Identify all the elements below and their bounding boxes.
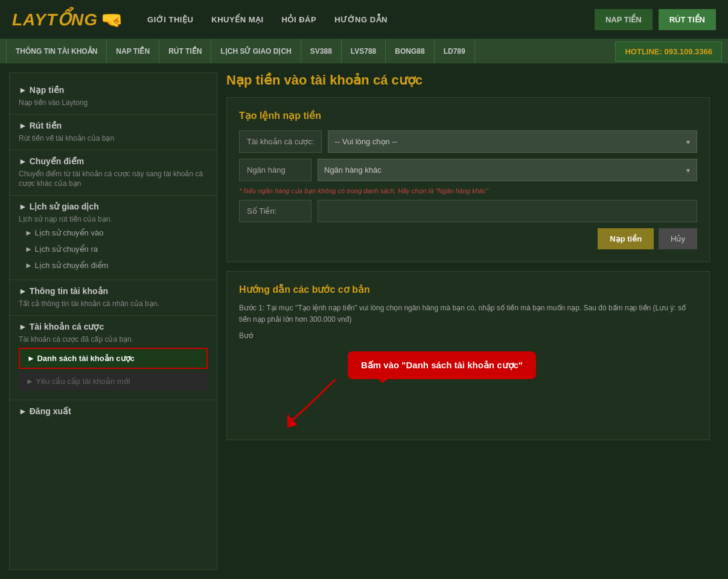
sidebar-tai-khoan-ca-cuoc-desc: Tài khoản cá cược đã cấp của bạn. <box>19 334 208 345</box>
annotation-container: Bấm vào "Danh sách tài khoản cược" <box>239 351 697 427</box>
logo-text: LAYTỔNG <box>12 10 98 30</box>
sidebar-chuyen-diem-desc: Chuyển điểm từ tài khoản cá cược này san… <box>19 169 208 190</box>
nav-link-promo[interactable]: KHUYẾN MẠI <box>211 15 263 24</box>
nav-ld789[interactable]: LD789 <box>435 39 475 63</box>
logo[interactable]: LAYTỔNG 🤜 <box>12 9 123 30</box>
sidebar-dang-xuat-title[interactable]: ► Đăng xuất <box>19 406 208 416</box>
sidebar: ► Nạp tiền Nạp tiền vào Laytong ► Rút ti… <box>9 72 217 570</box>
sidebar-section-chuyen-diem: ► Chuyển điểm Chuyển điểm từ tài khoản c… <box>10 150 217 196</box>
sidebar-rut-tien-title[interactable]: ► Rút tiền <box>19 121 208 130</box>
hotline: HOTLINE: 093.109.3366 <box>615 42 722 62</box>
nav-sv388[interactable]: SV388 <box>301 39 342 63</box>
sidebar-sub-chuyen-vao[interactable]: ► Lịch sử chuyển vào <box>19 225 208 241</box>
sidebar-section-dang-xuat: ► Đăng xuất <box>10 400 217 425</box>
page-title: Nạp tiền vào tài khoản cá cược <box>226 72 710 88</box>
sidebar-thong-tin-title[interactable]: ► Thông tin tài khoản <box>19 286 208 296</box>
nav-link-introduce[interactable]: GIỚI THIỆU <box>147 15 193 24</box>
bank-label: Ngân hàng <box>239 159 311 181</box>
logo-icon: 🤜 <box>101 9 123 30</box>
amount-label: Số Tiền: <box>239 200 311 222</box>
guide-step2-partial: Bướ <box>239 330 697 342</box>
nav-link-guide[interactable]: HƯỚNG DẪN <box>334 15 388 24</box>
sidebar-lich-su-desc: Lịch sử nạp rút tiền của bạn. <box>19 214 208 225</box>
second-nav: THÔNG TIN TÀI KHOẢN NAP TIỀN RÚT TIỀN LỊ… <box>0 39 728 63</box>
annotation-arrow <box>287 379 384 427</box>
sidebar-thong-tin-desc: Tất cả thông tin tài khoản cá nhân của b… <box>19 299 208 309</box>
sidebar-tai-khoan-ca-cuoc-title[interactable]: ► Tài khoản cá cược <box>19 322 208 331</box>
nav-thong-tin[interactable]: THÔNG TIN TÀI KHOẢN <box>6 39 107 63</box>
annotation-bubble: Bấm vào "Danh sách tài khoản cược" <box>348 351 536 379</box>
btn-submit[interactable]: Nạp tiền <box>598 228 654 249</box>
btn-nap-tien[interactable]: NAP TIỀN <box>595 9 653 30</box>
nav-bong88[interactable]: BONG88 <box>386 39 434 63</box>
sidebar-nap-tien-title[interactable]: ► Nạp tiền <box>19 85 208 95</box>
main-layout: ► Nạp tiền Nạp tiền vào Laytong ► Rút ti… <box>0 63 728 579</box>
amount-row: Số Tiền: <box>239 200 697 222</box>
content: Nạp tiền vào tài khoản cá cược Tạo lệnh … <box>217 72 719 570</box>
account-row: Tài khoản cá cược: -- Vui lòng chọn -- <box>239 130 697 153</box>
nav-lvs788[interactable]: LVS788 <box>342 39 386 63</box>
top-nav-links: GIỚI THIỆU KHUYẾN MẠI HỎI ĐÁP HƯỚNG DẪN <box>147 15 595 24</box>
sidebar-item-danh-sach-text: ► Danh sách tài khoản cược <box>27 354 135 363</box>
nav-lich-su[interactable]: LỊCH SỬ GIAO DỊCH <box>211 39 301 63</box>
nav-rut-tien[interactable]: RÚT TIỀN <box>159 39 211 63</box>
sidebar-item-yeu-cau[interactable]: ► Yêu cầu cấp tài khoản mới <box>19 372 208 391</box>
bank-select[interactable]: Ngân hàng khác <box>318 159 697 181</box>
sidebar-rut-tien-desc: Rút tiền về tài khoản của bạn <box>19 133 208 144</box>
second-nav-links: THÔNG TIN TÀI KHOẢN NAP TIỀN RÚT TIỀN LỊ… <box>6 39 615 63</box>
sidebar-section-thong-tin: ► Thông tin tài khoản Tất cả thông tin t… <box>10 280 217 316</box>
btn-rut-tien[interactable]: RÚT TIỀN <box>659 9 716 30</box>
bank-note: * Nếu ngân hàng của bạn không có trong d… <box>239 187 697 195</box>
account-select[interactable]: -- Vui lòng chọn -- <box>328 130 697 153</box>
sidebar-sub-chuyen-diem[interactable]: ► Lịch sử chuyển điểm <box>19 257 208 274</box>
annotation-text: Bấm vào "Danh sách tài khoản cược" <box>361 360 523 370</box>
sidebar-chuyen-diem-title[interactable]: ► Chuyển điểm <box>19 156 208 166</box>
sidebar-section-lich-su: ► Lịch sử giao dịch Lịch sử nạp rút tiền… <box>10 196 217 280</box>
nav-link-faq[interactable]: HỎI ĐÁP <box>282 15 317 24</box>
account-select-wrapper: -- Vui lòng chọn -- <box>328 130 697 153</box>
top-nav: LAYTỔNG 🤜 GIỚI THIỆU KHUYẾN MẠI HỎI ĐÁP … <box>0 0 728 39</box>
guide-step1: Bước 1: Tại mục "Tạo lệnh nạp tiền" vui … <box>239 302 697 325</box>
guide-box: Hướng dẫn các bước cơ bản Bước 1: Tại mụ… <box>226 271 710 440</box>
account-label: Tài khoản cá cược: <box>239 130 322 153</box>
guide-title: Hướng dẫn các bước cơ bản <box>239 284 697 295</box>
bank-row: Ngân hàng Ngân hàng khác <box>239 159 697 181</box>
btn-cancel[interactable]: Hủy <box>659 228 697 249</box>
sidebar-nap-tien-desc: Nạp tiền vào Laytong <box>19 98 208 108</box>
sidebar-section-nap-tien: ► Nạp tiền Nạp tiền vào Laytong <box>10 79 217 115</box>
amount-input[interactable] <box>318 200 697 222</box>
bank-select-wrapper: Ngân hàng khác <box>318 159 697 181</box>
sidebar-item-yeu-cau-text: ► Yêu cầu cấp tài khoản mới <box>26 377 130 386</box>
sidebar-item-danh-sach[interactable]: ► Danh sách tài khoản cược <box>19 348 208 369</box>
sidebar-section-rut-tien: ► Rút tiền Rút tiền về tài khoản của bạn <box>10 115 217 150</box>
sidebar-sub-chuyen-ra[interactable]: ► Lịch sử chuyển ra <box>19 241 208 257</box>
top-nav-right: NAP TIỀN RÚT TIỀN <box>595 9 716 30</box>
sidebar-lich-su-title[interactable]: ► Lịch sử giao dịch <box>19 202 208 211</box>
sidebar-section-tai-khoan-ca-cuoc: ► Tài khoản cá cược Tài khoản cá cược đã… <box>10 316 217 400</box>
form-box: Tạo lệnh nạp tiền Tài khoản cá cược: -- … <box>226 97 710 262</box>
nav-nap-tien[interactable]: NAP TIỀN <box>107 39 159 63</box>
form-section-title: Tạo lệnh nạp tiền <box>239 110 697 121</box>
form-actions: Nạp tiền Hủy <box>239 228 697 249</box>
